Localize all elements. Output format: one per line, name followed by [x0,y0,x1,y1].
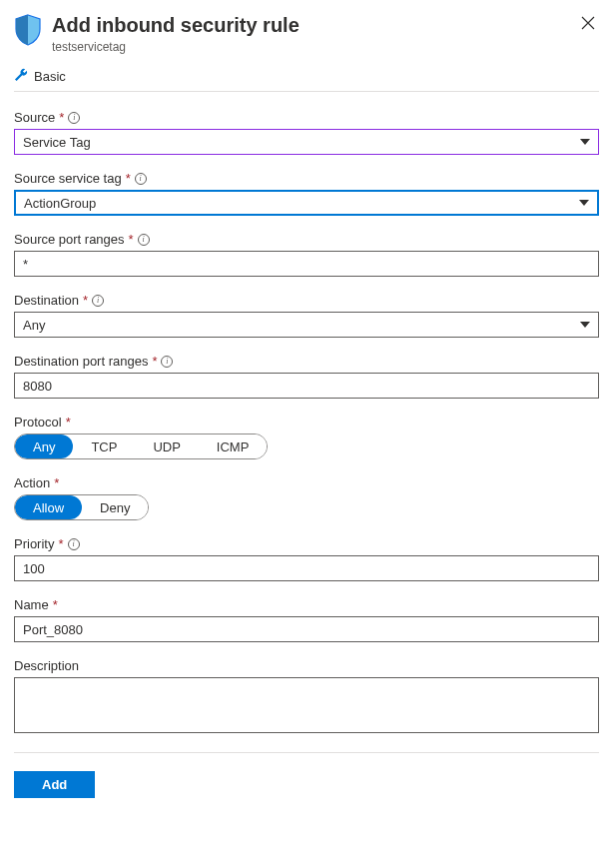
required-asterisk: * [53,597,58,612]
required-asterisk: * [58,536,63,551]
destination-port-ranges-label: Destination port ranges [14,354,148,369]
action-option-deny[interactable]: Deny [82,495,148,519]
priority-label: Priority [14,536,54,551]
required-asterisk: * [59,110,64,125]
source-service-tag-select[interactable]: ActionGroup [14,190,599,216]
page-title: Add inbound security rule [52,12,577,38]
destination-port-ranges-input[interactable] [14,373,599,399]
description-input[interactable] [14,677,599,733]
description-label: Description [14,658,79,673]
protocol-option-icmp[interactable]: ICMP [199,434,268,458]
action-label: Action [14,475,50,490]
source-port-ranges-label: Source port ranges [14,232,125,247]
name-input[interactable] [14,616,599,642]
chevron-down-icon [580,139,590,145]
source-service-tag-value: ActionGroup [24,196,96,211]
protocol-option-tcp[interactable]: TCP [73,434,135,458]
source-select[interactable]: Service Tag [14,129,599,155]
add-button[interactable]: Add [14,771,95,798]
destination-value: Any [23,318,45,333]
close-button[interactable] [577,12,599,37]
protocol-group: Any TCP UDP ICMP [14,434,268,459]
destination-label: Destination [14,293,79,308]
info-icon[interactable]: i [68,538,80,550]
required-asterisk: * [129,232,134,247]
info-icon[interactable]: i [138,234,150,246]
info-icon[interactable]: i [161,356,173,368]
name-label: Name [14,597,49,612]
wrench-icon [14,68,28,85]
chevron-down-icon [580,322,590,328]
required-asterisk: * [83,293,88,308]
info-icon[interactable]: i [68,112,80,124]
info-icon[interactable]: i [135,173,147,185]
destination-select[interactable]: Any [14,312,599,338]
required-asterisk: * [126,171,131,186]
divider [14,752,599,753]
required-asterisk: * [152,354,157,369]
basic-toggle[interactable]: Basic [34,69,66,84]
protocol-option-any[interactable]: Any [15,434,73,458]
shield-icon [14,14,42,49]
source-value: Service Tag [23,135,91,150]
protocol-option-udp[interactable]: UDP [135,434,198,458]
source-service-tag-label: Source service tag [14,171,122,186]
source-label: Source [14,110,55,125]
required-asterisk: * [54,475,59,490]
chevron-down-icon [579,200,589,206]
action-option-allow[interactable]: Allow [15,495,82,519]
protocol-label: Protocol [14,415,62,430]
info-icon[interactable]: i [92,295,104,307]
priority-input[interactable] [14,555,599,581]
required-asterisk: * [66,415,71,430]
action-group: Allow Deny [14,494,149,520]
source-port-ranges-input[interactable] [14,251,599,277]
resource-subtitle: testservicetag [52,40,577,54]
